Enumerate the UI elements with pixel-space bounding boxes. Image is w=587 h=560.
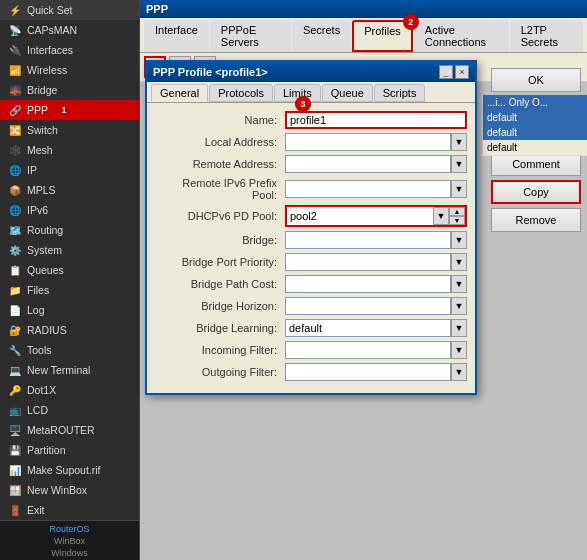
ok-button[interactable]: OK <box>491 68 581 92</box>
sidebar-item-mpls[interactable]: 📦 MPLS <box>0 180 139 200</box>
sidebar-item-queues[interactable]: 📋 Queues <box>0 260 139 280</box>
incoming-filter-arrow[interactable]: ▼ <box>451 341 467 359</box>
bridge-horizon-arrow[interactable]: ▼ <box>451 297 467 315</box>
bridge-learning-arrow[interactable]: ▼ <box>451 319 467 337</box>
exit-icon: 🚪 <box>8 503 22 517</box>
bridge-arrow[interactable]: ▼ <box>451 231 467 249</box>
bridge-wrapper: ▼ <box>285 231 467 249</box>
right-panel-item-1[interactable]: default <box>483 110 587 125</box>
sidebar-item-system[interactable]: ⚙️ System <box>0 240 139 260</box>
dialog-tab-protocols[interactable]: Protocols <box>209 84 273 102</box>
sidebar-item-lcd[interactable]: 📺 LCD <box>0 400 139 420</box>
dhcpv6-row: DHCPv6 PD Pool: ▼ ▲ ▼ <box>155 205 467 227</box>
sidebar-item-log[interactable]: 📄 Log <box>0 300 139 320</box>
remote-address-arrow[interactable]: ▼ <box>451 155 467 173</box>
sidebar-item-label: RADIUS <box>27 324 67 336</box>
sidebar-item-wireless[interactable]: 📶 Wireless <box>0 60 139 80</box>
sidebar-item-files[interactable]: 📁 Files <box>0 280 139 300</box>
sidebar-item-label: Quick Set <box>27 4 73 16</box>
badge-1: 1 <box>57 103 71 117</box>
remote-address-input[interactable] <box>285 155 451 173</box>
tab-l2tp-secrets[interactable]: L2TP Secrets <box>510 20 583 52</box>
incoming-filter-row: Incoming Filter: ▼ <box>155 341 467 359</box>
remote-ipv6-arrow[interactable]: ▼ <box>451 180 467 198</box>
bridge-path-cost-arrow[interactable]: ▼ <box>451 275 467 293</box>
bridge-port-priority-row: Bridge Port Priority: ▼ <box>155 253 467 271</box>
sidebar-item-quick-set[interactable]: ⚡ Quick Set <box>0 0 139 20</box>
dialog-minimize-button[interactable]: _ <box>439 65 453 79</box>
sidebar-item-capsman[interactable]: 📡 CAPsMAN <box>0 20 139 40</box>
dhcpv6-input[interactable] <box>287 207 433 225</box>
remove-button[interactable]: Remove <box>491 208 581 232</box>
bridge-horizon-input[interactable] <box>285 297 451 315</box>
tab-pppoe-servers[interactable]: PPPoE Servers <box>210 20 291 52</box>
queues-icon: 📋 <box>8 263 22 277</box>
remote-ipv6-row: Remote IPv6 Prefix Pool: ▼ <box>155 177 467 201</box>
dialog-close-button[interactable]: × <box>455 65 469 79</box>
dhcpv6-dropdown-arrow[interactable]: ▼ <box>433 207 449 225</box>
bridge-learning-input[interactable] <box>285 319 451 337</box>
sidebar-item-interfaces[interactable]: 🔌 Interfaces <box>0 40 139 60</box>
bridge-port-priority-arrow[interactable]: ▼ <box>451 253 467 271</box>
sidebar-item-new-terminal[interactable]: 💻 New Terminal <box>0 360 139 380</box>
sidebar-item-dot1x[interactable]: 🔑 Dot1X <box>0 380 139 400</box>
badge-3-overlay: 3 <box>295 96 311 112</box>
bridge-label: Bridge: <box>155 234 285 246</box>
outgoing-filter-input[interactable] <box>285 363 451 381</box>
dhcpv6-down-arrow[interactable]: ▼ <box>449 216 465 225</box>
sidebar-item-label: CAPsMAN <box>27 24 77 36</box>
sidebar-item-metarouter[interactable]: 🖥️ MetaROUTER <box>0 420 139 440</box>
routeros-label: RouterOS <box>0 523 139 535</box>
copy-button[interactable]: Copy <box>491 180 581 204</box>
right-panel-item-3[interactable]: default <box>483 140 587 156</box>
bridge-learning-row: Bridge Learning: ▼ <box>155 319 467 337</box>
sidebar-item-radius[interactable]: 🔐 RADIUS <box>0 320 139 340</box>
dialog-tab-scripts[interactable]: Scripts <box>374 84 426 102</box>
name-input[interactable] <box>285 111 467 129</box>
sidebar-item-tools[interactable]: 🔧 Tools <box>0 340 139 360</box>
sidebar-item-partition[interactable]: 💾 Partition <box>0 440 139 460</box>
bridge-path-cost-input[interactable] <box>285 275 451 293</box>
sidebar-item-new-winbox[interactable]: 🪟 New WinBox <box>0 480 139 500</box>
sidebar-item-exit[interactable]: 🚪 Exit <box>0 500 139 520</box>
bridge-port-priority-input[interactable] <box>285 253 451 271</box>
sidebar-item-routing[interactable]: 🗺️ Routing <box>0 220 139 240</box>
tab-profiles[interactable]: Profiles 2 <box>352 20 413 52</box>
dhcpv6-up-arrow[interactable]: ▲ <box>449 207 465 216</box>
remote-ipv6-input[interactable] <box>285 180 451 198</box>
bridge-input[interactable] <box>285 231 451 249</box>
incoming-filter-input[interactable] <box>285 341 451 359</box>
incoming-filter-wrapper: ▼ <box>285 341 467 359</box>
sidebar-item-label: Switch <box>27 124 58 136</box>
tab-interface[interactable]: Interface <box>144 20 209 52</box>
dialog-tab-queue[interactable]: Queue <box>322 84 373 102</box>
dhcpv6-label: DHCPv6 PD Pool: <box>155 210 285 222</box>
winbox-label: WinBox <box>0 535 139 547</box>
sidebar-item-mesh[interactable]: 🕸️ Mesh <box>0 140 139 160</box>
sidebar-item-label: Bridge <box>27 84 57 96</box>
radius-icon: 🔐 <box>8 323 22 337</box>
sidebar-item-label: Dot1X <box>27 384 56 396</box>
right-panel-item-2[interactable]: default <box>483 125 587 140</box>
bridge-path-cost-wrapper: ▼ <box>285 275 467 293</box>
sidebar-item-ip[interactable]: 🌐 IP <box>0 160 139 180</box>
dialog-titlebar: PPP Profile <profile1> _ × <box>147 62 475 82</box>
bridge-port-priority-label: Bridge Port Priority: <box>155 256 285 268</box>
windows-item[interactable]: Windows <box>0 547 139 559</box>
local-address-arrow[interactable]: ▼ <box>451 133 467 151</box>
sidebar-item-switch[interactable]: 🔀 Switch <box>0 120 139 140</box>
dialog-tabs: General Protocols Limits Queue Scripts <box>147 82 475 103</box>
dialog-tab-general[interactable]: General <box>151 84 208 102</box>
outgoing-filter-arrow[interactable]: ▼ <box>451 363 467 381</box>
sidebar-item-bridge[interactable]: 🌉 Bridge <box>0 80 139 100</box>
sidebar-item-make-supout[interactable]: 📊 Make Supout.rif <box>0 460 139 480</box>
sidebar-item-ipv6[interactable]: 🌐 IPv6 <box>0 200 139 220</box>
tab-secrets[interactable]: Secrets <box>292 20 351 52</box>
right-panel-header: ...i... Only O... <box>483 95 587 110</box>
sidebar-item-ppp[interactable]: 🔗 PPP 1 <box>0 100 139 120</box>
tab-active-connections[interactable]: Active Connections <box>414 20 509 52</box>
bridge-path-cost-row: Bridge Path Cost: ▼ <box>155 275 467 293</box>
local-address-label: Local Address: <box>155 136 285 148</box>
local-address-input[interactable] <box>285 133 451 151</box>
ppp-titlebar: PPP <box>140 0 587 18</box>
